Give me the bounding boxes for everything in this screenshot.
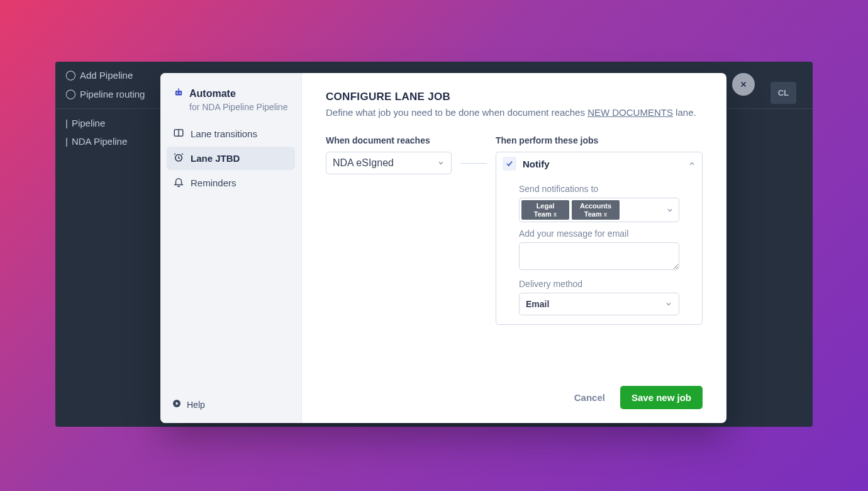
page-subtitle: Define what job you need to be done when… bbox=[326, 107, 703, 118]
save-button[interactable]: Save new job bbox=[620, 386, 703, 409]
chevron-down-icon bbox=[665, 300, 672, 308]
modal-main: CONFIGURE LANE JOB Define what job you n… bbox=[302, 73, 726, 423]
automate-modal: Automate for NDA Pipeline Pipeline Lane … bbox=[160, 73, 726, 423]
columns-icon bbox=[173, 127, 184, 140]
chevron-down-icon bbox=[666, 206, 674, 214]
delivery-value: Email bbox=[526, 299, 549, 309]
sidebar-item-label: Lane transitions bbox=[191, 128, 257, 139]
recipient-chip[interactable]: Legal Team x bbox=[521, 200, 569, 220]
help-link[interactable]: Help bbox=[167, 395, 295, 414]
send-to-label: Send notifications to bbox=[519, 184, 679, 194]
chevron-down-icon bbox=[437, 159, 445, 167]
sidebar-subtitle: for NDA Pipeline Pipeline bbox=[189, 102, 289, 112]
svg-rect-3 bbox=[178, 88, 179, 91]
check-icon bbox=[505, 159, 514, 168]
message-label: Add your message for email bbox=[519, 229, 679, 239]
modal-sidebar: Automate for NDA Pipeline Pipeline Lane … bbox=[160, 73, 302, 423]
sidebar-item-reminders[interactable]: Reminders bbox=[167, 171, 295, 195]
job-card: Notify Send notifications to Legal Team … bbox=[496, 152, 703, 325]
job-name: Notify bbox=[523, 159, 550, 169]
chevron-up-icon bbox=[688, 160, 696, 167]
recipient-chip[interactable]: Accounts Team x bbox=[572, 200, 620, 220]
when-label: When document reaches bbox=[326, 135, 452, 145]
delivery-label: Delivery method bbox=[519, 279, 679, 289]
bg-tag: CL bbox=[771, 82, 796, 104]
close-icon bbox=[739, 80, 748, 89]
sidebar-item-label: Reminders bbox=[191, 178, 236, 188]
sidebar-item-label: Lane JTBD bbox=[191, 153, 240, 164]
play-circle-icon bbox=[172, 398, 182, 410]
cancel-button[interactable]: Cancel bbox=[574, 392, 605, 403]
svg-point-1 bbox=[177, 93, 178, 94]
sidebar-item-lane-transitions[interactable]: Lane transitions bbox=[167, 122, 295, 145]
message-textarea[interactable] bbox=[519, 242, 679, 270]
robot-icon bbox=[173, 87, 184, 101]
svg-rect-0 bbox=[175, 91, 182, 96]
delivery-select[interactable]: Email bbox=[519, 293, 679, 315]
help-label: Help bbox=[187, 400, 205, 410]
chip-remove-icon[interactable]: x bbox=[554, 210, 557, 218]
page-title: CONFIGURE LANE JOB bbox=[326, 91, 703, 103]
when-value: NDA eSIgned bbox=[333, 157, 394, 169]
svg-point-2 bbox=[179, 93, 181, 94]
chip-remove-icon[interactable]: x bbox=[604, 210, 608, 218]
when-select[interactable]: NDA eSIgned bbox=[326, 152, 452, 174]
sidebar-item-lane-jtbd[interactable]: Lane JTBD bbox=[167, 147, 295, 170]
alarm-icon bbox=[173, 152, 184, 165]
lane-link[interactable]: NEW DOCUMENTS bbox=[587, 107, 673, 118]
job-header[interactable]: Notify bbox=[496, 152, 702, 175]
bell-icon bbox=[173, 176, 184, 189]
then-label: Then perform these jobs bbox=[496, 135, 703, 145]
recipients-input[interactable]: Legal Team x Accounts Team x bbox=[519, 198, 679, 222]
close-button[interactable] bbox=[732, 73, 755, 96]
sidebar-title: Automate bbox=[189, 88, 236, 99]
job-checkbox[interactable] bbox=[503, 157, 516, 171]
